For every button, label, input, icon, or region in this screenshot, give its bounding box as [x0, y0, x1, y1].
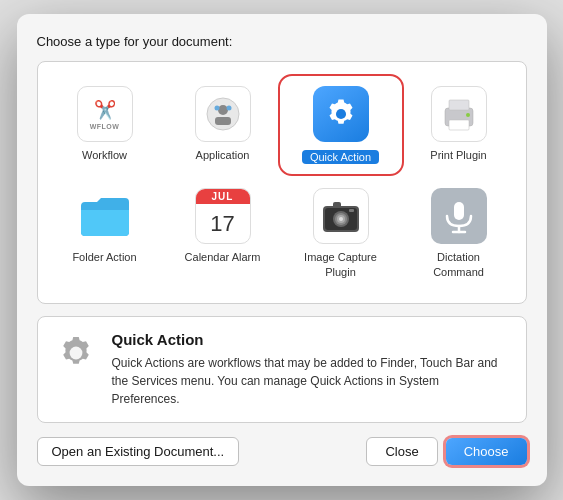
svg-rect-16 [333, 202, 341, 208]
application-svg [205, 96, 241, 132]
print-plugin-icon [431, 86, 487, 142]
workflow-label: Workflow [82, 148, 127, 162]
desc-icon-container [54, 331, 98, 375]
svg-point-4 [226, 106, 231, 111]
desc-gear-icon [56, 333, 96, 373]
svg-point-21 [69, 346, 82, 359]
desc-content: Quick Action Quick Actions are workflows… [112, 331, 510, 408]
icon-item-dictation[interactable]: DictationCommand [400, 180, 518, 287]
svg-point-9 [466, 113, 470, 117]
print-plugin-label: Print Plugin [430, 148, 486, 162]
svg-point-3 [214, 106, 219, 111]
button-row: Open an Existing Document... Close Choos… [37, 437, 527, 466]
dialog-title: Choose a type for your document: [37, 34, 527, 49]
icon-item-print-plugin[interactable]: Print Plugin [400, 78, 518, 172]
document-type-dialog: Choose a type for your document: ✂️ WFLO… [17, 14, 547, 486]
button-group: Close Choose [366, 437, 526, 466]
gear-svg [323, 96, 359, 132]
icon-item-application[interactable]: Application [164, 78, 282, 172]
icon-item-image-capture[interactable]: Image CapturePlugin [282, 180, 400, 287]
quick-action-selected-label: Quick Action [302, 150, 379, 164]
application-label: Application [196, 148, 250, 162]
application-icon [195, 86, 251, 142]
choose-button-container: Choose [446, 438, 527, 465]
folder-action-icon [77, 188, 133, 244]
svg-rect-17 [349, 209, 354, 212]
svg-rect-2 [215, 117, 231, 125]
desc-title: Quick Action [112, 331, 510, 348]
image-capture-icon [313, 188, 369, 244]
camera-svg [321, 196, 361, 236]
choose-button[interactable]: Choose [446, 438, 527, 465]
icon-grid-section: ✂️ WFLOW Workflow Applicati [37, 61, 527, 304]
icon-item-workflow[interactable]: ✂️ WFLOW Workflow [46, 78, 164, 172]
folder-svg [79, 194, 131, 238]
calendar-alarm-icon: JUL 17 [195, 188, 251, 244]
workflow-icon: ✂️ WFLOW [77, 86, 133, 142]
svg-point-1 [218, 105, 228, 115]
svg-point-5 [335, 109, 345, 119]
desc-text: Quick Actions are workflows that may be … [112, 354, 510, 408]
calendar-day: 17 [196, 204, 250, 243]
icon-item-folder-action[interactable]: Folder Action [46, 180, 164, 287]
quick-action-badge-container [313, 86, 369, 142]
open-existing-button[interactable]: Open an Existing Document... [37, 437, 240, 466]
svg-point-15 [339, 217, 343, 221]
folder-action-label: Folder Action [72, 250, 136, 264]
dictation-label: DictationCommand [433, 250, 484, 279]
printer-svg [439, 94, 479, 134]
quick-action-icon [313, 86, 369, 142]
svg-rect-7 [449, 100, 469, 110]
description-section: Quick Action Quick Actions are workflows… [37, 316, 527, 423]
image-capture-label: Image CapturePlugin [304, 250, 377, 279]
calendar-month: JUL [196, 189, 250, 204]
close-button[interactable]: Close [366, 437, 437, 466]
icon-grid: ✂️ WFLOW Workflow Applicati [46, 78, 518, 287]
mic-svg [441, 198, 477, 234]
icon-item-quick-action[interactable]: Quick Action [282, 78, 400, 172]
svg-rect-8 [449, 120, 469, 130]
dictation-icon [431, 188, 487, 244]
calendar-alarm-label: Calendar Alarm [185, 250, 261, 264]
svg-rect-18 [454, 202, 464, 220]
icon-item-calendar-alarm[interactable]: JUL 17 Calendar Alarm [164, 180, 282, 287]
